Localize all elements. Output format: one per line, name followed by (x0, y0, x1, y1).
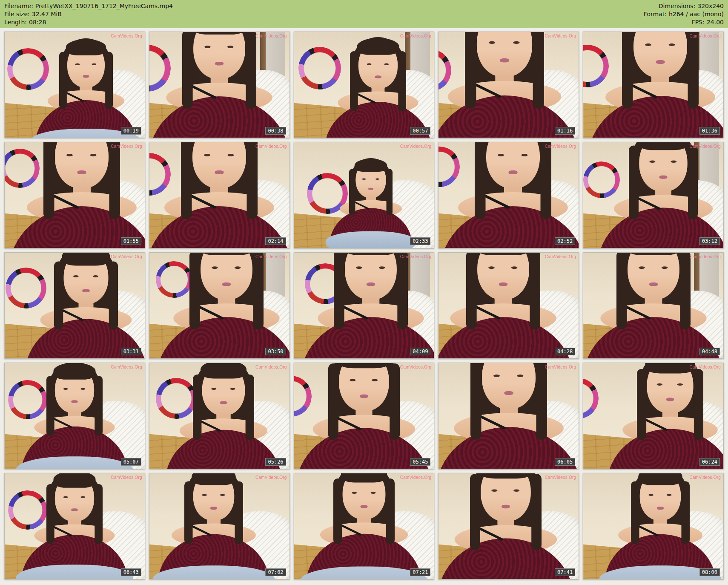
person-hair-strand-left (43, 142, 54, 219)
person-eye-left (66, 154, 73, 156)
person-eye-right (513, 41, 520, 44)
person-eye-left (489, 41, 496, 44)
watermark-text: CamVideos.Org (689, 475, 721, 480)
person-eye-right (93, 275, 98, 277)
person-figure (439, 32, 579, 138)
video-thumbnail: CamVideos.Org04:28 (438, 252, 579, 359)
person-lips (500, 58, 509, 62)
timestamp-badge: 06:43 (121, 568, 141, 576)
person-hair-fringe (341, 473, 387, 483)
thumbnail-scene: CamVideos.Org06:43 (5, 473, 145, 579)
person-hair-strand-right (247, 142, 258, 219)
timestamp-badge: 04:09 (410, 348, 430, 355)
person-figure (439, 253, 574, 358)
timestamp-badge: 03:12 (699, 237, 720, 245)
video-thumbnail: CamVideos.Org06:43 (4, 473, 145, 579)
fps-value: 24.00 (707, 19, 724, 26)
person-hair-strand-right (680, 253, 691, 329)
person-hair-strand-right (398, 253, 408, 329)
person-hair-strand-left (475, 142, 486, 219)
timestamp-badge: 02:14 (265, 237, 286, 245)
watermark-text: CamVideos.Org (111, 365, 142, 369)
person-hair-strand-left (616, 253, 627, 329)
thumbnail-scene: CamVideos.Org03:31 (5, 253, 145, 358)
person-hair-strand-left (350, 51, 358, 111)
person-lips (508, 170, 517, 174)
timestamp-badge: 07:41 (555, 568, 575, 576)
person-hair-strand-left (54, 262, 63, 330)
thumbnail-scene: CamVideos.Org07:02 (149, 473, 289, 579)
person-eye-left (211, 388, 216, 390)
person-hair-fringe (192, 473, 236, 485)
person-lips (649, 282, 657, 286)
person-hair-strand-right (533, 32, 544, 109)
thumbnail-scene: CamVideos.Org00:38 (149, 32, 289, 138)
watermark-text: CamVideos.Org (545, 365, 576, 369)
person-hair-strand-right (95, 484, 103, 544)
person-eye-right (372, 379, 378, 381)
person-figure (439, 363, 579, 469)
person-eye-left (648, 494, 653, 496)
fps-label: FPS: (692, 19, 705, 26)
thumbnail-scene: CamVideos.Org01:36 (583, 32, 723, 138)
video-thumbnail: CamVideos.Org02:14 (149, 142, 290, 248)
person-hair-strand-left (466, 253, 477, 329)
thumbnail-scene: CamVideos.Org05:26 (149, 363, 289, 469)
length-label: Length: (4, 19, 27, 26)
video-thumbnail: CamVideos.Org00:38 (149, 32, 290, 138)
person-eye-left (649, 161, 655, 163)
dimensions-value: 320x240 (697, 3, 724, 9)
person-hair-strand-right (688, 32, 699, 109)
file-info-right: Dimensions:320x240 Format:h264 / aac (mo… (644, 2, 724, 26)
person-figure (587, 32, 723, 138)
thumbnail-scene: CamVideos.Org02:52 (439, 142, 579, 248)
person-lips (504, 391, 513, 395)
watermark-text: CamVideos.Org (689, 254, 721, 259)
person-eye-right (669, 43, 675, 46)
person-hair-strand-left (189, 253, 200, 329)
person-eye-right (92, 63, 96, 65)
timestamp-badge: 01:55 (121, 237, 141, 245)
video-thumbnail: CamVideos.Org07:02 (149, 473, 290, 579)
watermark-text: CamVideos.Org (111, 144, 142, 149)
video-thumbnail: CamVideos.Org03:12 (583, 142, 724, 248)
video-thumbnail: CamVideos.Org08:00 (583, 473, 724, 579)
person-hair-strand-left (349, 169, 355, 216)
person-hair-fringe (201, 363, 246, 379)
watermark-text: CamVideos.Org (255, 475, 287, 480)
person-hair-strand-right (694, 369, 703, 440)
person-hair-strand-left (46, 484, 54, 544)
timestamp-badge: 04:28 (555, 348, 575, 355)
video-thumbnail: CamVideos.Org05:26 (149, 363, 290, 469)
video-thumbnail: CamVideos.Org03:31 (4, 252, 145, 359)
person-figure (155, 253, 289, 358)
person-hair-strand-left (46, 376, 54, 436)
video-thumbnail: CamVideos.Org03:50 (149, 252, 290, 359)
person-figure (158, 473, 270, 579)
person-hair-strand-left (333, 478, 342, 544)
person-hair-strand-left (334, 253, 344, 329)
timestamp-badge: 06:24 (699, 458, 720, 466)
person-lips (72, 400, 78, 403)
person-hair-strand-right (387, 169, 393, 216)
dimensions-label: Dimensions: (659, 3, 695, 9)
watermark-text: CamVideos.Org (400, 254, 432, 259)
person-lips (220, 401, 227, 404)
timestamp-badge: 03:31 (121, 348, 141, 355)
person-lips (659, 176, 667, 179)
thumbnail-scene: CamVideos.Org00:57 (294, 32, 434, 138)
person-lips (72, 508, 78, 511)
person-figure (34, 38, 138, 138)
thumbnail-scene: CamVideos.Org03:50 (149, 253, 289, 358)
thumbnail-scene: CamVideos.Org05:45 (294, 363, 434, 469)
watermark-text: CamVideos.Org (111, 34, 142, 38)
person-hair-strand-left (193, 375, 201, 440)
person-figure (295, 363, 433, 469)
thumbnail-scene: CamVideos.Org08:00 (583, 473, 723, 579)
thumbnail-scene: CamVideos.Org01:55 (5, 142, 145, 248)
person-eye-left (367, 63, 371, 65)
person-hair-strand-left (629, 146, 639, 219)
timestamp-badge: 05:07 (121, 458, 141, 466)
video-thumbnail: CamVideos.Org05:07 (4, 363, 145, 469)
person-hair-strand-right (95, 376, 103, 436)
